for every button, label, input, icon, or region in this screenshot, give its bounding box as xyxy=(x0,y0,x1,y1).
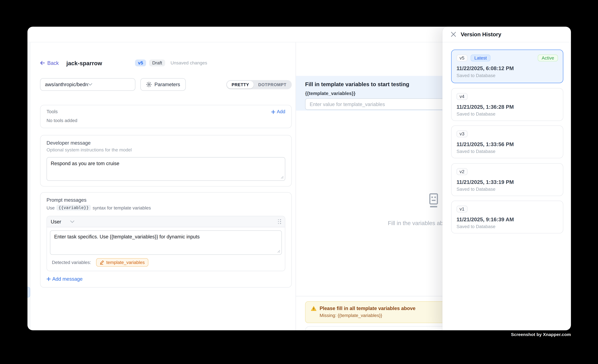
version-number-badge: v1 xyxy=(457,206,467,212)
variable-chip-label: template_variables xyxy=(106,260,145,265)
chevron-down-icon xyxy=(70,220,75,223)
detected-variables-row: Detected variables: template_variables xyxy=(50,255,282,271)
add-tool-button[interactable]: Add xyxy=(271,109,285,115)
version-card-v1[interactable]: v1 11/21/2025, 9:16:39 AM Saved to Datab… xyxy=(451,201,563,233)
developer-message-input[interactable]: Respond as you are tom cruise xyxy=(47,157,285,181)
version-status: Saved to Database xyxy=(457,149,558,154)
variable-syntax-chip: {{variable}} xyxy=(57,205,91,211)
version-number-badge: v5 xyxy=(457,55,467,61)
role-select-value: User xyxy=(51,219,61,224)
model-toolbar: aws/anthropic/bedrock-claude-3-5-s... Pa… xyxy=(40,78,292,91)
model-select-value: aws/anthropic/bedrock-claude-3-5-s... xyxy=(45,82,88,87)
drawer-title: Version History xyxy=(461,31,501,37)
parameters-label: Parameters xyxy=(154,82,180,87)
app-window: Back jack-sparrow v5 Draft Unsaved chang… xyxy=(27,27,571,330)
version-badge: v5 xyxy=(135,59,146,66)
active-badge: Active xyxy=(538,55,558,61)
developer-message-title: Developer message xyxy=(47,140,285,146)
version-number-badge: v2 xyxy=(457,168,467,175)
tools-title: Tools xyxy=(47,109,58,115)
version-timestamp: 11/22/2025, 6:08:12 PM xyxy=(457,65,558,71)
version-status: Saved to Database xyxy=(457,186,558,192)
gear-icon xyxy=(146,82,152,87)
pencil-icon xyxy=(100,260,104,265)
add-message-button[interactable]: Add message xyxy=(47,276,285,282)
page-title: jack-sparrow xyxy=(66,60,102,66)
arrow-left-icon xyxy=(40,61,45,65)
model-select[interactable]: aws/anthropic/bedrock-claude-3-5-s... xyxy=(40,78,135,91)
version-card-v2[interactable]: v2 11/21/2025, 1:33:19 PM Saved to Datab… xyxy=(451,163,563,196)
breadcrumb-row: Back jack-sparrow v5 Draft Unsaved chang… xyxy=(40,59,292,67)
version-status: Saved to Database xyxy=(457,224,558,229)
tools-card: Tools Add No tools added xyxy=(40,105,292,128)
add-message-label: Add message xyxy=(52,276,83,282)
version-card-v5[interactable]: v5 Latest Active 11/22/2025, 6:08:12 PM … xyxy=(451,50,563,83)
version-status: Saved to Database xyxy=(457,111,558,116)
version-list: v5 Latest Active 11/22/2025, 6:08:12 PM … xyxy=(442,42,571,233)
version-card-v4[interactable]: v4 11/21/2025, 1:36:28 PM Saved to Datab… xyxy=(451,88,563,121)
version-card-v3[interactable]: v3 11/21/2025, 1:33:56 PM Saved to Datab… xyxy=(451,125,563,158)
developer-message-subtitle: Optional system instructions for the mod… xyxy=(47,147,285,152)
prompt-messages-title: Prompt messages xyxy=(47,197,285,203)
back-button[interactable]: Back xyxy=(40,60,59,66)
watermark-text: Screenshot by Xnapper.com xyxy=(511,332,571,337)
close-drawer-button[interactable] xyxy=(451,32,456,37)
toggle-pretty[interactable]: PRETTY xyxy=(227,81,254,88)
message-content-input[interactable]: Enter task specifics. Use {{template_var… xyxy=(50,230,282,255)
version-timestamp: 11/21/2025, 1:36:28 PM xyxy=(457,104,558,110)
parameters-button[interactable]: Parameters xyxy=(140,78,186,91)
add-tool-label: Add xyxy=(277,109,285,115)
detected-variables-label: Detected variables: xyxy=(52,260,91,265)
drawer-header: Version History xyxy=(442,27,571,42)
editor-pane: Back jack-sparrow v5 Draft Unsaved chang… xyxy=(30,42,295,330)
toggle-dotprompt[interactable]: DOTPROMPT xyxy=(254,81,291,88)
version-timestamp: 11/21/2025, 1:33:56 PM xyxy=(457,141,558,147)
template-hint: Use {{variable}} syntax for template var… xyxy=(47,205,285,211)
message-body: Enter task specifics. Use {{template_var… xyxy=(47,227,285,271)
sidebar-peek-handle[interactable] xyxy=(27,287,30,298)
draft-badge: Draft xyxy=(149,59,165,66)
screenshot-stage: Back jack-sparrow v5 Draft Unsaved chang… xyxy=(0,0,598,364)
plus-icon xyxy=(271,110,275,114)
developer-message-card: Developer message Optional system instru… xyxy=(40,135,292,186)
message-block: User Enter task specifics. U xyxy=(47,216,285,271)
message-header: User xyxy=(47,216,285,227)
warning-title: Please fill in all template variables ab… xyxy=(320,306,415,311)
version-number-badge: v3 xyxy=(457,131,467,137)
close-icon xyxy=(451,32,456,37)
version-history-drawer: Version History v5 Latest Active 11/22/2… xyxy=(442,27,571,330)
role-select[interactable]: User xyxy=(51,219,75,224)
warning-triangle-icon xyxy=(311,306,316,311)
prompt-messages-card: Prompt messages Use {{variable}} syntax … xyxy=(40,192,292,288)
latest-badge: Latest xyxy=(471,55,491,61)
hint-suffix: syntax for template variables xyxy=(92,205,151,210)
chevron-down-icon xyxy=(88,83,131,86)
format-toggle: PRETTY DOTPROMPT xyxy=(226,80,292,89)
tools-empty-text: No tools added xyxy=(47,118,285,123)
version-status: Saved to Database xyxy=(457,73,558,78)
drag-handle-icon[interactable] xyxy=(278,219,281,224)
variable-chip[interactable]: template_variables xyxy=(96,258,149,267)
version-timestamp: 11/21/2025, 9:16:39 AM xyxy=(457,216,558,222)
unsaved-changes-label: Unsaved changes xyxy=(171,60,207,66)
back-label: Back xyxy=(47,60,59,66)
hint-prefix: Use xyxy=(47,205,55,210)
version-number-badge: v4 xyxy=(457,93,467,100)
version-timestamp: 11/21/2025, 1:33:19 PM xyxy=(457,179,558,185)
plus-icon xyxy=(47,277,51,281)
